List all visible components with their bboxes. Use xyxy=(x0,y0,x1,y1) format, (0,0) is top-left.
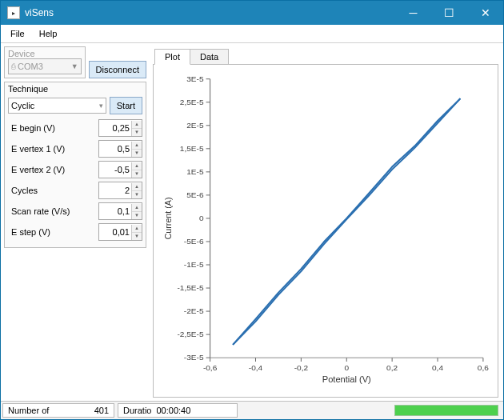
param-row: Scan rate (V/s)▲▼ xyxy=(8,201,142,222)
param-value-input[interactable] xyxy=(99,144,131,154)
spinner-up-icon[interactable]: ▲ xyxy=(132,225,142,232)
maximize-button[interactable]: ☐ xyxy=(431,1,467,25)
param-label: E vertex 2 (V) xyxy=(8,165,98,174)
menu-file[interactable]: File xyxy=(4,27,31,40)
spinner-down-icon[interactable]: ▼ xyxy=(132,211,142,219)
param-input[interactable]: ▲▼ xyxy=(98,119,142,137)
technique-value: Cyclic xyxy=(11,101,34,110)
param-input[interactable]: ▲▼ xyxy=(98,202,142,220)
progress-bar xyxy=(394,405,498,416)
param-label: E vertex 1 (V) xyxy=(8,144,98,154)
start-button[interactable]: Start xyxy=(110,97,142,114)
chevron-down-icon: ▼ xyxy=(71,62,78,70)
spinner-down-icon[interactable]: ▼ xyxy=(132,190,142,198)
spinner-up-icon[interactable]: ▲ xyxy=(132,183,142,190)
param-row: E step (V)▲▼ xyxy=(8,222,142,242)
svg-text:0,2: 0,2 xyxy=(386,363,398,372)
tab-plot[interactable]: Plot xyxy=(154,49,190,65)
window-title: viSens xyxy=(25,7,54,18)
close-button[interactable]: ✕ xyxy=(467,1,503,25)
param-label: Scan rate (V/s) xyxy=(8,206,98,216)
technique-select[interactable]: Cyclic ▾ xyxy=(8,98,106,114)
spinner-down-icon[interactable]: ▼ xyxy=(132,149,142,157)
disconnect-button[interactable]: Disconnect xyxy=(89,61,146,78)
svg-text:0: 0 xyxy=(199,214,204,222)
status-points: Number of 401 xyxy=(2,403,114,418)
svg-text:-1,5E-5: -1,5E-5 xyxy=(177,283,204,292)
svg-text:-5E-6: -5E-6 xyxy=(184,237,204,246)
svg-text:0,6: 0,6 xyxy=(478,363,490,372)
param-row: Cycles▲▼ xyxy=(8,180,142,201)
status-duration: Duratio 00:00:40 xyxy=(118,403,238,418)
param-input[interactable]: ▲▼ xyxy=(98,140,142,158)
param-row: E vertex 1 (V)▲▼ xyxy=(8,138,142,159)
svg-text:-1E-5: -1E-5 xyxy=(184,260,204,269)
device-port-value: COM3 xyxy=(18,62,43,71)
chart: -0,6-0,4-0,200,20,40,6-3E-5-2,5E-5-2E-5-… xyxy=(160,71,491,390)
svg-text:5E-6: 5E-6 xyxy=(186,190,204,199)
svg-text:Potential (V): Potential (V) xyxy=(322,374,371,384)
svg-text:-0,6: -0,6 xyxy=(203,363,218,372)
svg-text:Current (A): Current (A) xyxy=(163,198,173,240)
status-duration-value: 00:00:40 xyxy=(156,406,190,415)
svg-text:-0,4: -0,4 xyxy=(249,363,263,372)
device-port-select[interactable]: ⎙COM3 ▼ xyxy=(8,58,82,74)
param-input[interactable]: ▲▼ xyxy=(98,161,142,178)
menubar: File Help xyxy=(1,25,503,43)
status-duration-label: Duratio xyxy=(123,406,151,415)
app-icon: ▸ xyxy=(7,6,20,19)
param-label: E begin (V) xyxy=(8,123,98,133)
svg-text:2,5E-5: 2,5E-5 xyxy=(180,98,204,106)
svg-text:0: 0 xyxy=(344,363,349,372)
spinner-up-icon[interactable]: ▲ xyxy=(132,121,142,128)
param-label: E step (V) xyxy=(8,227,98,237)
status-points-value: 401 xyxy=(94,406,109,415)
menu-help[interactable]: Help xyxy=(33,27,64,40)
usb-icon: ⎙ xyxy=(11,62,15,70)
technique-label: Technique xyxy=(8,84,142,94)
status-points-label: Number of xyxy=(8,406,49,415)
svg-text:-0,2: -0,2 xyxy=(294,363,309,372)
chevron-down-icon: ▾ xyxy=(99,102,103,110)
svg-text:2E-5: 2E-5 xyxy=(186,121,204,130)
svg-text:0,4: 0,4 xyxy=(432,363,444,372)
tab-bar: Plot Data xyxy=(151,46,498,64)
param-input[interactable]: ▲▼ xyxy=(98,182,142,199)
device-label: Device xyxy=(8,49,82,58)
param-row: E begin (V)▲▼ xyxy=(8,118,142,138)
plot-panel: -0,6-0,4-0,200,20,40,6-3E-5-2,5E-5-2E-5-… xyxy=(153,64,498,398)
spinner-down-icon[interactable]: ▼ xyxy=(132,170,142,178)
svg-text:-2E-5: -2E-5 xyxy=(184,306,204,315)
svg-text:1,5E-5: 1,5E-5 xyxy=(180,144,204,153)
titlebar: ▸ viSens ─ ☐ ✕ xyxy=(1,1,503,25)
param-value-input[interactable] xyxy=(99,123,131,133)
spinner-down-icon[interactable]: ▼ xyxy=(132,128,142,136)
param-label: Cycles xyxy=(8,186,98,195)
tab-data[interactable]: Data xyxy=(190,49,229,64)
spinner-down-icon[interactable]: ▼ xyxy=(132,232,142,240)
spinner-up-icon[interactable]: ▲ xyxy=(132,142,142,149)
param-row: E vertex 2 (V)▲▼ xyxy=(8,159,142,180)
param-input[interactable]: ▲▼ xyxy=(98,223,142,241)
svg-text:3E-5: 3E-5 xyxy=(186,74,204,83)
spinner-up-icon[interactable]: ▲ xyxy=(132,204,142,211)
svg-text:-3E-5: -3E-5 xyxy=(184,353,204,362)
param-value-input[interactable] xyxy=(99,165,131,174)
param-value-input[interactable] xyxy=(99,186,131,195)
status-bar: Number of 401 Duratio 00:00:40 xyxy=(1,401,503,419)
svg-text:1E-5: 1E-5 xyxy=(186,167,204,176)
param-value-input[interactable] xyxy=(99,227,131,237)
param-value-input[interactable] xyxy=(99,206,131,216)
minimize-button[interactable]: ─ xyxy=(395,1,431,25)
svg-text:-2,5E-5: -2,5E-5 xyxy=(177,330,204,338)
spinner-up-icon[interactable]: ▲ xyxy=(132,162,142,170)
